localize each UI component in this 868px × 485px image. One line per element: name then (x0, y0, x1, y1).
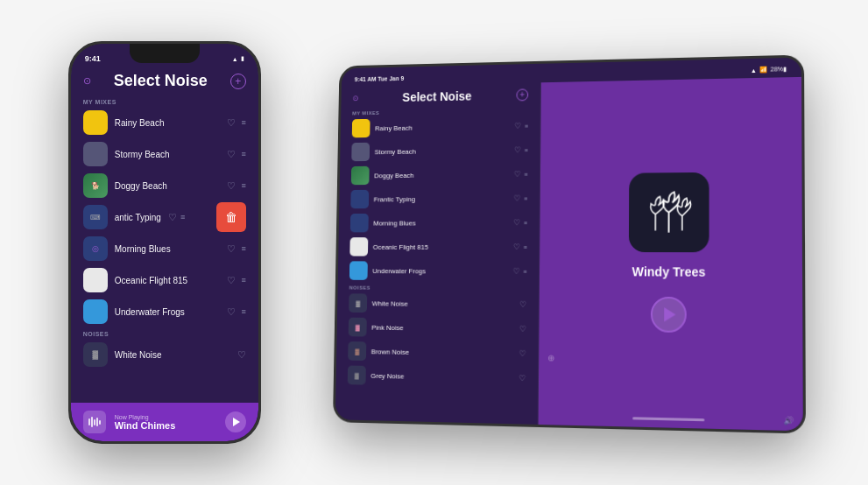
item-name: Doggy Beach (115, 181, 221, 191)
heart-icon[interactable]: ♡ (519, 349, 526, 358)
my-mixes-label: MY MIXES (71, 95, 258, 107)
noises-label: NOISES (71, 327, 258, 339)
menu-icon[interactable]: ≡ (241, 150, 245, 158)
menu-icon[interactable]: ≡ (241, 118, 245, 127)
menu-icon[interactable]: ≡ (524, 220, 527, 226)
heart-icon[interactable]: ♡ (519, 325, 526, 334)
heart-icon[interactable]: ♡ (514, 194, 521, 203)
menu-icon[interactable]: ≡ (241, 181, 245, 190)
tablet-battery-icon: 28%▮ (771, 66, 787, 74)
list-item[interactable]: 🐕 Doggy Beach ♡ ≡ (71, 170, 258, 201)
list-item[interactable]: Underwater Frogs ♡ ≡ (71, 296, 258, 327)
play-icon (664, 307, 675, 321)
item-name: Stormy Beach (115, 150, 221, 159)
tablet-list-item[interactable]: Doggy Beach ♡≡ (340, 162, 540, 187)
heart-icon[interactable]: ♡ (227, 117, 236, 129)
add-button[interactable]: + (230, 74, 246, 89)
menu-icon[interactable]: ≡ (241, 276, 245, 285)
tablet-body: ⊙ Select Noise + MY MIXES Rainy Beach ♡≡ (335, 77, 803, 431)
svg-rect-3 (96, 418, 98, 426)
now-playing-bar[interactable]: Now Playing Wind Chimes (71, 403, 258, 441)
menu-icon[interactable]: ≡ (525, 123, 528, 129)
play-icon (233, 418, 240, 426)
tablet-item-name: Morning Blues (373, 219, 508, 227)
menu-icon[interactable]: ≡ (525, 147, 528, 153)
tablet-play-button[interactable] (651, 297, 687, 333)
list-item[interactable]: ◎ Morning Blues ♡ ≡ (71, 233, 258, 264)
phone-screen: 9:41 ▲ ▮ ⊙ Select Noise + MY MIXES (71, 44, 258, 441)
heart-icon[interactable]: ♡ (513, 267, 520, 276)
home-indicator (632, 417, 704, 421)
thumb-white-noise: ▓ (83, 342, 108, 367)
now-playing-label: Now Playing (115, 414, 216, 420)
tablet-thumb (350, 214, 369, 232)
menu-icon[interactable]: ≡ (524, 195, 527, 201)
heart-icon[interactable]: ♡ (227, 149, 236, 160)
tablet-list-item[interactable]: Stormy Beach ♡≡ (340, 137, 540, 164)
heart-icon[interactable]: ♡ (519, 300, 526, 309)
menu-icon[interactable]: ≡ (180, 213, 185, 221)
heart-icon[interactable]: ♡ (227, 243, 236, 255)
tablet-list-item[interactable]: ▓ White Noise ♡ (337, 291, 539, 317)
tablet-screen-title: Select Noise (403, 89, 472, 104)
tablet-list-item[interactable]: Oceanic Flight 815 ♡≡ (338, 235, 539, 259)
tablet-list-item[interactable]: ▓ Pink Noise ♡ (337, 315, 539, 341)
tablet-list-item[interactable]: Morning Blues ♡≡ (339, 210, 540, 235)
tablet-wifi-icon: ▲ (751, 67, 757, 73)
list-item[interactable]: ▓ White Noise ♡ (71, 339, 258, 370)
tablet-thumb (349, 261, 368, 280)
heart-icon[interactable]: ♡ (168, 212, 177, 223)
heart-icon[interactable]: ♡ (237, 349, 246, 361)
heart-icon[interactable]: ♡ (514, 122, 521, 130)
heart-icon[interactable]: ♡ (519, 374, 526, 383)
thumb-oceanic (83, 268, 108, 292)
phone-notch (130, 44, 200, 63)
tablet-item-name: Rainy Beach (375, 123, 509, 132)
tablet-add-button[interactable]: + (517, 88, 529, 101)
heart-icon[interactable]: ♡ (514, 170, 521, 179)
item-actions: ♡ (237, 349, 246, 361)
thumb-rainy-beach (83, 110, 108, 135)
tablet-list-item[interactable]: Underwater Frogs ♡≡ (338, 258, 540, 283)
menu-icon[interactable]: ≡ (524, 243, 527, 250)
menu-icon[interactable]: ≡ (241, 244, 245, 253)
delete-button[interactable]: 🗑 (216, 202, 246, 232)
thumb-stormy-beach (83, 142, 108, 166)
tablet-list-item[interactable]: Frantic Typing ♡≡ (339, 186, 540, 211)
menu-icon[interactable]: ≡ (525, 171, 528, 177)
menu-icon[interactable]: ≡ (524, 268, 527, 274)
heart-icon[interactable]: ♡ (513, 242, 520, 251)
tablet-thumb (352, 119, 370, 137)
tablet-thumb: ▓ (348, 366, 366, 385)
back-icon[interactable]: ⊙ (83, 75, 91, 87)
tablet-list-item[interactable]: Rainy Beach ♡≡ (341, 114, 540, 141)
list-item[interactable]: Rainy Beach ♡ ≡ (71, 107, 258, 138)
tablet-back-icon[interactable]: ⊙ (353, 94, 360, 102)
tablet-thumb: ▓ (349, 318, 367, 337)
heart-icon[interactable]: ♡ (227, 275, 236, 286)
tablet-item-name: Underwater Frogs (372, 267, 507, 275)
heart-icon[interactable]: ♡ (227, 180, 236, 192)
battery-icon: ▮ (241, 55, 244, 62)
tablet-time: 9:41 AM Tue Jan 9 (355, 75, 404, 82)
tablet-thumb (351, 190, 370, 208)
heart-icon[interactable]: ♡ (513, 218, 520, 227)
item-actions: ♡ ≡ (227, 243, 245, 255)
heart-icon[interactable]: ♡ (514, 145, 521, 154)
list-item-swiped[interactable]: ⌨ antic Typing ♡ ≡ 🗑 (71, 201, 258, 233)
item-actions: ♡ ≡ (227, 306, 245, 318)
tablet-list-item[interactable]: ▓ Brown Noise ♡ (336, 339, 538, 366)
tablet-left-panel: ⊙ Select Noise + MY MIXES Rainy Beach ♡≡ (335, 82, 541, 425)
tablet-item-name: Brown Noise (371, 348, 514, 357)
play-button[interactable] (225, 411, 246, 432)
phone-status-icons: ▲ ▮ (232, 55, 244, 62)
menu-icon[interactable]: ≡ (241, 307, 245, 316)
item-actions: ♡ ≡ (227, 117, 245, 129)
tablet-list-item[interactable]: ▓ Grey Noise ♡ (336, 362, 539, 390)
tablet-screen: 9:41 AM Tue Jan 9 ▲ 📶 28%▮ ⊙ Select Nois… (335, 58, 803, 432)
list-item[interactable]: Oceanic Flight 815 ♡ ≡ (71, 264, 258, 296)
list-item[interactable]: Stormy Beach ♡ ≡ (71, 138, 258, 170)
phone-noise-list: Rainy Beach ♡ ≡ Stormy Beach ♡ ≡ (71, 107, 258, 403)
phone-header: ⊙ Select Noise + (71, 68, 258, 95)
heart-icon[interactable]: ♡ (227, 306, 236, 318)
